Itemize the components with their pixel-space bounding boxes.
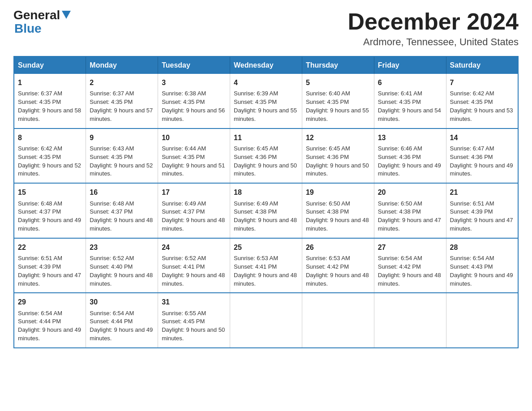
day-number: 26 [306, 242, 370, 253]
header-tuesday: Tuesday [158, 56, 230, 74]
header-wednesday: Wednesday [230, 56, 302, 74]
table-row: 29 Sunrise: 6:54 AMSunset: 4:44 PMDaylig… [14, 293, 86, 348]
table-row: 22 Sunrise: 6:51 AMSunset: 4:39 PMDaylig… [14, 238, 86, 293]
calendar-week-row: 29 Sunrise: 6:54 AMSunset: 4:44 PMDaylig… [14, 293, 518, 348]
day-number: 13 [378, 133, 442, 143]
table-row: 30 Sunrise: 6:54 AMSunset: 4:44 PMDaylig… [86, 293, 158, 348]
calendar-week-row: 22 Sunrise: 6:51 AMSunset: 4:39 PMDaylig… [14, 238, 518, 293]
day-number: 8 [18, 133, 82, 143]
table-row: 15 Sunrise: 6:48 AMSunset: 4:37 PMDaylig… [14, 183, 86, 238]
table-row: 8 Sunrise: 6:42 AMSunset: 4:35 PMDayligh… [14, 128, 86, 184]
logo-blue-text: Blue [14, 22, 42, 35]
day-number: 18 [234, 187, 298, 197]
table-row [446, 293, 518, 348]
header-monday: Monday [86, 56, 158, 74]
table-row: 12 Sunrise: 6:45 AMSunset: 4:36 PMDaylig… [302, 128, 374, 184]
header-friday: Friday [374, 56, 446, 74]
day-info: Sunrise: 6:37 AMSunset: 4:35 PMDaylight:… [90, 90, 153, 122]
day-info: Sunrise: 6:50 AMSunset: 4:38 PMDaylight:… [306, 200, 369, 232]
table-row: 6 Sunrise: 6:41 AMSunset: 4:35 PMDayligh… [374, 74, 446, 128]
day-info: Sunrise: 6:51 AMSunset: 4:39 PMDaylight:… [18, 255, 81, 287]
table-row: 20 Sunrise: 6:50 AMSunset: 4:38 PMDaylig… [374, 183, 446, 238]
day-number: 11 [234, 133, 298, 143]
day-info: Sunrise: 6:52 AMSunset: 4:41 PMDaylight:… [162, 255, 225, 287]
day-number: 23 [90, 242, 154, 253]
day-info: Sunrise: 6:54 AMSunset: 4:44 PMDaylight:… [90, 310, 153, 342]
header: General Blue December 2024 Ardmore, Tenn… [13, 9, 519, 48]
table-row: 31 Sunrise: 6:55 AMSunset: 4:45 PMDaylig… [158, 293, 230, 348]
day-number: 16 [90, 187, 154, 197]
day-info: Sunrise: 6:39 AMSunset: 4:35 PMDaylight:… [234, 90, 297, 122]
table-row: 10 Sunrise: 6:44 AMSunset: 4:35 PMDaylig… [158, 128, 230, 184]
day-number: 9 [90, 133, 154, 143]
table-row: 21 Sunrise: 6:51 AMSunset: 4:39 PMDaylig… [446, 183, 518, 238]
day-info: Sunrise: 6:49 AMSunset: 4:38 PMDaylight:… [234, 200, 297, 232]
day-number: 1 [18, 77, 82, 88]
day-number: 4 [234, 77, 298, 88]
table-row: 14 Sunrise: 6:47 AMSunset: 4:36 PMDaylig… [446, 128, 518, 184]
table-row: 5 Sunrise: 6:40 AMSunset: 4:35 PMDayligh… [302, 74, 374, 128]
day-info: Sunrise: 6:48 AMSunset: 4:37 PMDaylight:… [90, 200, 153, 232]
day-number: 3 [162, 77, 226, 88]
day-number: 12 [306, 133, 370, 143]
calendar-table: Sunday Monday Tuesday Wednesday Thursday… [13, 56, 519, 348]
table-row: 4 Sunrise: 6:39 AMSunset: 4:35 PMDayligh… [230, 74, 302, 128]
logo-general-text: General [13, 9, 60, 21]
day-info: Sunrise: 6:48 AMSunset: 4:37 PMDaylight:… [18, 200, 81, 232]
header-thursday: Thursday [302, 56, 374, 74]
day-number: 25 [234, 242, 298, 253]
header-sunday: Sunday [14, 56, 86, 74]
table-row: 19 Sunrise: 6:50 AMSunset: 4:38 PMDaylig… [302, 183, 374, 238]
day-info: Sunrise: 6:51 AMSunset: 4:39 PMDaylight:… [450, 200, 513, 232]
main-title: December 2024 [348, 9, 519, 34]
day-number: 14 [450, 133, 514, 143]
day-info: Sunrise: 6:41 AMSunset: 4:35 PMDaylight:… [378, 90, 441, 122]
table-row [374, 293, 446, 348]
table-row: 2 Sunrise: 6:37 AMSunset: 4:35 PMDayligh… [86, 74, 158, 128]
calendar-week-row: 8 Sunrise: 6:42 AMSunset: 4:35 PMDayligh… [14, 128, 518, 184]
table-row: 23 Sunrise: 6:52 AMSunset: 4:40 PMDaylig… [86, 238, 158, 293]
table-row: 3 Sunrise: 6:38 AMSunset: 4:35 PMDayligh… [158, 74, 230, 128]
day-number: 2 [90, 77, 154, 88]
day-number: 24 [162, 242, 226, 253]
day-info: Sunrise: 6:54 AMSunset: 4:42 PMDaylight:… [378, 255, 441, 287]
day-info: Sunrise: 6:44 AMSunset: 4:35 PMDaylight:… [162, 145, 225, 177]
logo-arrow-icon [62, 11, 71, 19]
day-info: Sunrise: 6:50 AMSunset: 4:38 PMDaylight:… [378, 200, 441, 232]
table-row: 16 Sunrise: 6:48 AMSunset: 4:37 PMDaylig… [86, 183, 158, 238]
calendar-header-row: Sunday Monday Tuesday Wednesday Thursday… [14, 56, 518, 74]
day-info: Sunrise: 6:47 AMSunset: 4:36 PMDaylight:… [450, 145, 513, 177]
day-number: 15 [18, 187, 82, 197]
day-number: 22 [18, 242, 82, 253]
day-number: 6 [378, 77, 442, 88]
day-number: 10 [162, 133, 226, 143]
day-info: Sunrise: 6:42 AMSunset: 4:35 PMDaylight:… [450, 90, 513, 122]
day-info: Sunrise: 6:45 AMSunset: 4:36 PMDaylight:… [306, 145, 369, 177]
day-number: 28 [450, 242, 514, 253]
day-info: Sunrise: 6:55 AMSunset: 4:45 PMDaylight:… [162, 310, 225, 342]
table-row: 24 Sunrise: 6:52 AMSunset: 4:41 PMDaylig… [158, 238, 230, 293]
day-info: Sunrise: 6:46 AMSunset: 4:36 PMDaylight:… [378, 145, 441, 177]
day-number: 7 [450, 77, 514, 88]
day-number: 27 [378, 242, 442, 253]
table-row: 1 Sunrise: 6:37 AMSunset: 4:35 PMDayligh… [14, 74, 86, 128]
table-row: 13 Sunrise: 6:46 AMSunset: 4:36 PMDaylig… [374, 128, 446, 184]
day-info: Sunrise: 6:40 AMSunset: 4:35 PMDaylight:… [306, 90, 369, 122]
table-row: 11 Sunrise: 6:45 AMSunset: 4:36 PMDaylig… [230, 128, 302, 184]
table-row: 25 Sunrise: 6:53 AMSunset: 4:41 PMDaylig… [230, 238, 302, 293]
title-area: December 2024 Ardmore, Tennessee, United… [348, 9, 519, 48]
logo: General Blue [13, 9, 71, 35]
day-number: 31 [162, 297, 226, 307]
day-info: Sunrise: 6:53 AMSunset: 4:41 PMDaylight:… [234, 255, 297, 287]
day-number: 29 [18, 297, 82, 307]
day-info: Sunrise: 6:54 AMSunset: 4:43 PMDaylight:… [450, 255, 513, 287]
table-row: 17 Sunrise: 6:49 AMSunset: 4:37 PMDaylig… [158, 183, 230, 238]
table-row: 9 Sunrise: 6:43 AMSunset: 4:35 PMDayligh… [86, 128, 158, 184]
day-info: Sunrise: 6:42 AMSunset: 4:35 PMDaylight:… [18, 145, 81, 177]
table-row: 26 Sunrise: 6:53 AMSunset: 4:42 PMDaylig… [302, 238, 374, 293]
table-row [302, 293, 374, 348]
day-info: Sunrise: 6:49 AMSunset: 4:37 PMDaylight:… [162, 200, 225, 232]
day-info: Sunrise: 6:53 AMSunset: 4:42 PMDaylight:… [306, 255, 369, 287]
day-info: Sunrise: 6:37 AMSunset: 4:35 PMDaylight:… [18, 90, 81, 122]
table-row: 18 Sunrise: 6:49 AMSunset: 4:38 PMDaylig… [230, 183, 302, 238]
